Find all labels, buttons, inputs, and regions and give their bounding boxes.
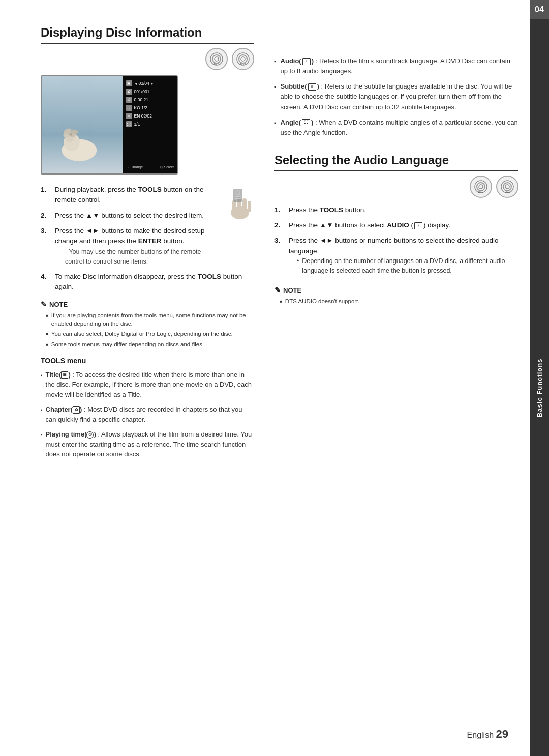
title-icon-small: ▣: [126, 80, 132, 86]
tools-item-chapter: Chapter(✿) : Most DVD discs are recorded…: [41, 404, 254, 424]
svg-point-28: [505, 185, 509, 189]
svg-point-12: [69, 133, 72, 136]
right-column: Audio(♪) : Refers to the film's soundtra…: [274, 25, 518, 736]
bullet-subtitle: Subtitle(≡) : Refers to the subtitle lan…: [274, 81, 518, 112]
screen-bottom-hints: ↔ Change ⊡ Select: [126, 165, 174, 169]
audio-icon-small: ♪: [126, 105, 132, 111]
screen-row-angle: ⛶ 1/1: [126, 121, 174, 127]
step-3: 3. Press the ◄► buttons to make the desi…: [41, 226, 221, 267]
dvd-icon-2: DVD: [470, 176, 492, 198]
bullet-angle: Angle(⛶) : When a DVD contains multiple …: [274, 118, 518, 138]
svg-point-0: [210, 53, 223, 65]
svg-point-24: [475, 181, 487, 193]
tools-menu-section: TOOLS menu Title(▣) : To access the desi…: [41, 357, 254, 459]
svg-text:DVD: DVD: [478, 190, 484, 193]
page-container: Displaying Disc Information DVD DivX: [0, 0, 549, 756]
divx-icon: DivX: [232, 48, 254, 70]
dvd-screen-mockup: ▣ ◄ 03/04 ► ✿ 001/001 ⊙ 0:00:21: [41, 75, 178, 175]
title-nav: ◄ 03/04 ►: [134, 81, 154, 86]
screen-row-subtitle: ≡ EN 02/02: [126, 113, 174, 119]
section2: Selecting the Audio Language DVD: [274, 153, 518, 306]
svg-rect-22: [235, 196, 241, 197]
angle-inline-icon: ⛶: [302, 119, 310, 126]
bullet-list-top: Audio(♪) : Refers to the film's soundtra…: [274, 56, 518, 138]
svg-rect-23: [235, 198, 241, 199]
screen-row-audio: ♪ KO 1/2: [126, 105, 174, 111]
svg-rect-18: [242, 198, 247, 213]
angle-icon-small: ⛶: [126, 121, 132, 127]
svg-text:DivX: DivX: [505, 190, 510, 193]
s2-step-2: 2. Press the ▲▼ buttons to select AUDIO …: [274, 220, 518, 230]
svg-point-4: [241, 57, 245, 61]
svg-text:DVD: DVD: [214, 63, 220, 66]
steps-container: 1. During playback, press the TOOLS butt…: [41, 185, 254, 292]
note-item-3: Some tools menus may differ depending on…: [46, 340, 254, 348]
section2-steps: 1. Press the TOOLS button. 2. Press the …: [274, 205, 518, 278]
time-icon-small: ⊙: [126, 97, 132, 103]
audio-icon-step: ♪: [414, 222, 422, 229]
svg-text:DivX: DivX: [240, 63, 246, 66]
main-content: Displaying Disc Information DVD DivX: [0, 0, 549, 756]
svg-point-3: [237, 53, 249, 65]
subtitle-inline-icon: ≡: [308, 83, 316, 91]
section1-title: Displaying Disc Information: [41, 25, 254, 44]
sidebar-tab: 04 Basic Functions: [530, 0, 549, 756]
note-item-2: You can also select, Dolby Digital or Pr…: [46, 330, 254, 338]
svg-point-1: [215, 57, 219, 61]
note-list-1: If you are playing contents from the too…: [41, 311, 254, 348]
s2-step-3: 3. Press the ◄► buttons or numeric butto…: [274, 236, 518, 278]
note-item-1: If you are playing contents from the too…: [46, 311, 254, 328]
left-column: Displaying Disc Information DVD DivX: [41, 25, 254, 736]
chapter-number: 04: [530, 0, 549, 19]
steps-list: 1. During playback, press the TOOLS butt…: [41, 185, 254, 292]
screen-row-title: ▣ ◄ 03/04 ►: [126, 80, 174, 86]
audio-inline-icon: ♪: [302, 58, 311, 65]
screen-image: [42, 76, 123, 173]
chapter-label: Basic Functions: [530, 19, 549, 756]
note-section-2: ✎ NOTE DTS AUDIO doesn't support.: [274, 286, 518, 305]
tools-item-title: Title(▣) : To access the desired title w…: [41, 370, 254, 400]
section2-icons-row: DVD DivX: [274, 176, 518, 198]
page-footer: English 29: [467, 728, 508, 741]
screen-row-time: ⊙ 0:00:21: [126, 97, 174, 103]
svg-rect-16: [232, 200, 236, 214]
note-title-1: ✎ NOTE: [41, 300, 254, 308]
note-title-2: ✎ NOTE: [274, 286, 518, 294]
subtitle-icon-small: ≡: [126, 113, 132, 119]
dvd-icon: DVD: [205, 48, 228, 70]
divx-icon-2: DivX: [496, 176, 518, 198]
step-1: 1. During playback, press the TOOLS butt…: [41, 185, 221, 206]
tools-item-playing-time: Playing time(①) : Allows playback of the…: [41, 429, 254, 459]
tools-menu-title: TOOLS menu: [41, 357, 254, 365]
bullet-audio: Audio(♪) : Refers to the film's soundtra…: [274, 56, 518, 76]
svg-point-25: [479, 185, 483, 189]
screen-row-chapter: ✿ 001/001: [126, 89, 174, 95]
section1-icons-row: DVD DivX: [41, 48, 254, 70]
s2-sub-bullet: Depending on the number of languages on …: [297, 256, 518, 276]
step-2: 2. Press the ▲▼ buttons to select the de…: [41, 211, 221, 221]
step-4: 4. To make Disc information disappear, p…: [41, 272, 254, 293]
note-list-2: DTS AUDIO doesn't support.: [274, 297, 518, 305]
right-top-bullets: Audio(♪) : Refers to the film's soundtra…: [274, 56, 518, 138]
svg-rect-19: [248, 201, 251, 212]
remote-hand-icon: [226, 185, 254, 222]
note-item-s2-1: DTS AUDIO doesn't support.: [280, 297, 518, 305]
svg-point-27: [501, 181, 513, 193]
screen-info-overlay: ▣ ◄ 03/04 ► ✿ 001/001 ⊙ 0:00:21: [123, 76, 177, 173]
note-section-1: ✎ NOTE If you are playing contents from …: [41, 300, 254, 348]
s2-step-1: 1. Press the TOOLS button.: [274, 205, 518, 215]
section2-title: Selecting the Audio Language: [274, 153, 518, 171]
tools-list: Title(▣) : To access the desired title w…: [41, 370, 254, 459]
chapter-icon-small: ✿: [126, 89, 132, 95]
